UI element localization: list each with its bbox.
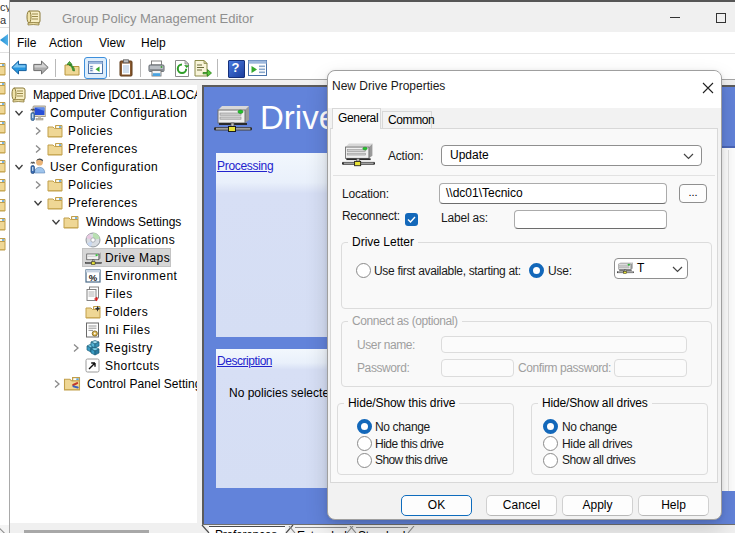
svg-text:%: % [89, 272, 98, 283]
